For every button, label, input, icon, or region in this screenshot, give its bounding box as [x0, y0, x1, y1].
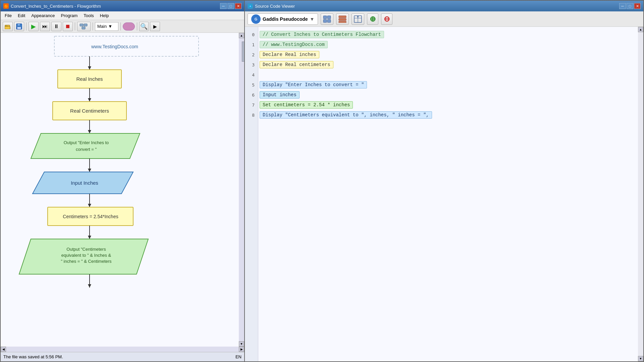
scroll-up-arrow[interactable]: ▲: [239, 33, 244, 38]
run-button[interactable]: ▶: [29, 22, 39, 31]
svg-rect-5: [17, 27, 21, 29]
right-titlebar-buttons: ─ □ ✕: [619, 3, 641, 9]
scroll-right-arrow[interactable]: ▶: [239, 347, 244, 352]
menu-appearance[interactable]: Appearance: [29, 12, 57, 19]
open-button[interactable]: [3, 22, 13, 31]
separator-3: [93, 22, 93, 31]
svg-text:Input Inches: Input Inches: [71, 180, 98, 186]
svg-rect-43: [327, 16, 331, 19]
code-text-0: // Convert Inches to Centimeters Flowcha…: [260, 31, 384, 38]
language-selector[interactable]: G Gaddis Pseudocode ▼: [248, 13, 318, 25]
code-line-0: // Convert Inches to Centimeters Flowcha…: [260, 29, 637, 40]
locale-label: EN: [235, 354, 241, 359]
layout-btn-3[interactable]: [352, 13, 364, 25]
svg-text:Real Centimeters: Real Centimeters: [70, 108, 109, 114]
menubar: File Edit Appearance Program Tools Help: [1, 11, 244, 20]
svg-text:Output "Centimeters: Output "Centimeters: [66, 247, 106, 252]
code-text-7: Set centimeters = 2.54 * inches: [260, 101, 353, 109]
scroll-down-arrow[interactable]: ▼: [239, 341, 244, 347]
svg-marker-25: [88, 169, 91, 172]
code-content: // Convert Inches to Centimeters Flowcha…: [258, 27, 638, 361]
scroll-thumb[interactable]: [242, 42, 244, 62]
menu-edit[interactable]: Edit: [15, 12, 28, 19]
code-text-8: Display "Centimeters equivalent to ", in…: [260, 111, 432, 119]
menu-tools[interactable]: Tools: [81, 12, 96, 19]
code-text-4: [260, 74, 266, 76]
stop-button[interactable]: ⏹: [63, 22, 73, 31]
svg-marker-39: [88, 284, 91, 288]
flowgorithm-window: 🔶 Convert_Inches_to_Centimeters - Flowgo…: [0, 0, 245, 362]
canvas-area: www.TestingDocs.com Real Inches Real Cen…: [1, 33, 244, 347]
code-line-3: Declare Real centimeters: [260, 60, 637, 70]
right-minimize-button[interactable]: ─: [619, 3, 626, 9]
horizontal-scrollbar[interactable]: ◀ ▶: [1, 347, 244, 352]
layout-btn-2[interactable]: [336, 13, 349, 25]
source-viewer-icon: 💠: [248, 3, 253, 9]
svg-marker-16: [88, 98, 91, 102]
build-button[interactable]: [77, 22, 91, 31]
svg-marker-33: [88, 236, 91, 239]
code-line-5: Display "Enter Inches to convert = ": [260, 80, 637, 90]
flowchart-svg: www.TestingDocs.com Real Inches Real Cen…: [1, 33, 232, 301]
separator-1: [26, 22, 26, 31]
sv-scroll-down[interactable]: ▼: [638, 356, 643, 361]
line-num-6: 6: [246, 90, 257, 100]
sv-scroll-up[interactable]: ▲: [638, 27, 643, 32]
sv-vertical-scrollbar[interactable]: ▲ ▼: [638, 27, 643, 361]
menu-help[interactable]: Help: [97, 12, 112, 19]
language-icon: G: [251, 14, 261, 24]
menu-program[interactable]: Program: [58, 12, 80, 19]
right-close-button[interactable]: ✕: [634, 3, 641, 9]
pause-button[interactable]: ⏸: [51, 22, 61, 31]
close-button[interactable]: ✕: [235, 3, 241, 9]
flowgorithm-icon: 🔶: [3, 3, 9, 9]
zoom-in-button[interactable]: ⊕: [367, 13, 378, 25]
right-titlebar-left: 💠 Source Code Viewer: [248, 3, 295, 9]
zoom-out-button[interactable]: ⊖: [381, 13, 392, 25]
line-num-8: 8: [246, 110, 257, 120]
svg-rect-8: [82, 27, 85, 29]
oval-button[interactable]: [123, 22, 135, 31]
code-text-5: Display "Enter Inches to convert = ": [260, 81, 367, 88]
svg-rect-7: [84, 24, 87, 26]
vertical-scrollbar[interactable]: ▲ ▼: [239, 33, 244, 347]
right-maximize-button[interactable]: □: [627, 3, 633, 9]
code-text-3: Declare Real centimeters: [260, 61, 333, 68]
right-titlebar: 💠 Source Code Viewer ─ □ ✕: [245, 1, 643, 11]
line-num-1: 1: [246, 40, 257, 50]
sv-toolbar: G Gaddis Pseudocode ▼ ⊕ ⊖: [245, 11, 643, 27]
line-numbers: 0 1 2 3 4 5 6 7 8: [245, 27, 258, 361]
separator-5: [137, 22, 137, 31]
line-num-0: 0: [246, 29, 257, 40]
svg-text:equivalent to " & Inches &: equivalent to " & Inches &: [61, 253, 111, 258]
step-button[interactable]: ⏭: [40, 22, 50, 31]
svg-rect-46: [339, 16, 346, 18]
svg-rect-44: [323, 19, 327, 22]
maximize-button[interactable]: □: [227, 3, 234, 9]
separator-2: [75, 22, 75, 31]
svg-rect-6: [80, 24, 83, 26]
zoom-button[interactable]: 🔍: [139, 22, 149, 31]
sv-scroll-track: [638, 32, 643, 356]
svg-text:Real Inches: Real Inches: [76, 76, 103, 82]
scroll-left-arrow[interactable]: ◀: [1, 347, 6, 352]
menu-file[interactable]: File: [2, 12, 14, 19]
code-text-2: Declare Real inches: [260, 51, 319, 58]
svg-marker-20: [88, 130, 91, 133]
nav-right-button[interactable]: ▶: [150, 22, 160, 31]
source-viewer-window: 💠 Source Code Viewer ─ □ ✕ G Gaddis Pseu…: [245, 0, 644, 362]
code-line-1: // www.TestingDocs.com: [260, 40, 637, 50]
line-num-5: 5: [246, 80, 257, 90]
function-dropdown-label: Main: [97, 24, 107, 29]
svg-rect-2: [5, 26, 10, 29]
save-button[interactable]: [14, 22, 24, 31]
code-line-7: Set centimeters = 2.54 * inches: [260, 100, 637, 110]
svg-rect-45: [327, 19, 331, 22]
function-dropdown[interactable]: Main ▼: [95, 22, 118, 31]
code-line-4: [260, 70, 637, 80]
separator-4: [120, 22, 121, 31]
minimize-button[interactable]: ─: [220, 3, 227, 9]
layout-btn-1[interactable]: [321, 13, 333, 25]
dropdown-arrow: ▼: [108, 24, 112, 29]
code-line-2: Declare Real inches: [260, 50, 637, 60]
